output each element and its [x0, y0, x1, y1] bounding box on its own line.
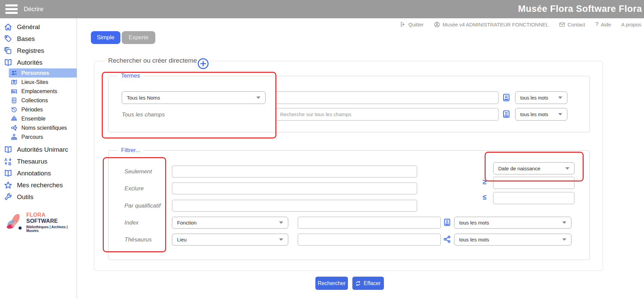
exclure-input[interactable] [172, 183, 417, 194]
name-type-value: Tous les Noms [127, 95, 160, 101]
all-fields-match-select[interactable]: tous les mots [515, 108, 567, 121]
sidebar: Général Bases Registres Autorités Person… [0, 18, 77, 299]
less-equal-icon: ≤ [483, 193, 487, 201]
date-from-input[interactable] [493, 177, 574, 189]
sidebar-item-label: Mes recherches [17, 181, 63, 189]
sidebar-subitem-parcours[interactable]: Parcours [9, 132, 77, 142]
date-to-input[interactable] [493, 192, 574, 204]
index-match-value: tous les mots [459, 220, 489, 226]
all-fields-label: Tous les champs [122, 111, 165, 118]
sidebar-item-registres[interactable]: Registres [0, 45, 77, 57]
all-fields-match-value: tous les mots [520, 112, 548, 117]
user-menu[interactable]: Musée v4 ADMINISTRATEUR FONCTIONNEL [434, 21, 548, 28]
index-book-icon[interactable] [443, 218, 451, 228]
svg-text:A: A [4, 157, 7, 162]
open-book-icon [3, 145, 13, 154]
help-link[interactable]: ? Aide [595, 21, 611, 28]
date-field-select[interactable]: Date de naissance [493, 162, 574, 174]
search-button[interactable]: Rechercher [315, 277, 348, 290]
sidebar-item-thesaurus[interactable]: AB Thesaurus [0, 155, 77, 167]
flora-petals-icon [5, 212, 23, 233]
date-field-value: Date de naissance [498, 166, 540, 171]
logo-tagline: Bibliothèques | Archives | Musées [26, 225, 77, 233]
thesaurus-type-select[interactable]: Lieu [172, 234, 288, 245]
sidebar-item-autorites[interactable]: Autorités [0, 57, 77, 68]
index-book-icon[interactable] [502, 93, 511, 103]
sidebar-item-general[interactable]: Général [0, 21, 77, 33]
qualificatif-input[interactable] [172, 200, 417, 212]
sidebar-subitem-personnes[interactable]: Personnes [9, 68, 77, 78]
sidebar-subitem-emplacements[interactable]: Emplacements [9, 87, 77, 96]
sidebar-item-autorites-unimarc[interactable]: Autorités Unimarc [0, 144, 77, 155]
shelf-icon [11, 88, 18, 95]
flora-software-logo: FLORA SOFTWARE Bibliothèques | Archives … [5, 212, 77, 233]
chevron-down-icon [279, 221, 283, 224]
index-book-icon[interactable] [502, 110, 511, 120]
people-icon [11, 69, 18, 77]
thesaurus-label: Thésaurus [124, 236, 152, 243]
topbar: Décrire Musée Flora Software Flora [0, 0, 644, 18]
sitemap-icon [11, 133, 18, 141]
chevron-down-icon [565, 167, 569, 170]
index-input[interactable] [298, 217, 441, 229]
molecule-icon [11, 124, 18, 131]
all-fields-input[interactable] [276, 108, 499, 121]
open-book-icon [3, 58, 13, 67]
sidebar-subitem-label: Lieux-Sites [21, 79, 48, 85]
index-match-select[interactable]: tous les mots [454, 217, 571, 229]
sidebar-subitem-collections[interactable]: Collections [9, 96, 77, 105]
create-plus-icon[interactable] [197, 58, 209, 70]
star-icon [3, 180, 13, 190]
app-title: Musée Flora Software Flora [518, 0, 642, 18]
sidebar-subitem-label: Parcours [21, 134, 43, 140]
thesaurus-input[interactable] [298, 234, 441, 245]
sidebar-subitem-lieux-sites[interactable]: Lieux-Sites [9, 78, 77, 87]
sidebar-subitem-label: Noms scientifiques [21, 125, 67, 131]
sidebar-subitem-periodes[interactable]: Périodes [9, 105, 77, 114]
flora-app-page: Décrire Musée Flora Software Flora Quitt… [0, 0, 644, 299]
chevron-down-icon [256, 97, 260, 99]
quit-link[interactable]: Quitter [400, 21, 424, 27]
index-type-select[interactable]: Fonction [172, 217, 288, 229]
index-type-value: Fonction [177, 220, 197, 226]
search-button-label: Rechercher [318, 280, 346, 286]
sidebar-subitem-label: Personnes [21, 70, 49, 76]
sidebar-subitem-label: Emplacements [21, 88, 57, 94]
sidebar-item-label: Thesaurus [17, 158, 47, 165]
panel-legend: Rechercher ou créer directement [105, 57, 206, 64]
seulement-input[interactable] [172, 166, 417, 177]
chevron-down-icon [558, 97, 562, 99]
share-network-icon[interactable] [443, 235, 451, 245]
sort-alpha-icon: AB [3, 157, 13, 166]
sidebar-item-bases[interactable]: Bases [0, 33, 77, 45]
contact-link[interactable]: Contact [559, 21, 585, 28]
sidebar-subitem-noms-scientifiques[interactable]: Noms scientifiques [9, 123, 77, 132]
stacked-pages-icon [3, 46, 13, 55]
filtrer-legend: Filtrer... [118, 147, 143, 154]
sidebar-item-outils[interactable]: Outils [0, 191, 77, 203]
home-icon [3, 22, 13, 31]
qualificatif-label: Par qualificatif [124, 202, 161, 209]
logo-software-word: SOFTWARE [26, 218, 58, 224]
sidebar-subitem-ensemble[interactable]: Ensemble [9, 114, 77, 123]
name-type-select[interactable]: Tous les Noms [122, 91, 266, 104]
hamburger-menu-icon[interactable] [5, 4, 18, 14]
sidebar-item-annotations[interactable]: Annotations [0, 167, 77, 179]
contact-label: Contact [568, 22, 585, 27]
exclure-label: Exclure [124, 185, 144, 192]
name-search-input[interactable] [276, 91, 499, 104]
mail-icon [559, 21, 565, 28]
about-link[interactable]: A propos [621, 22, 641, 27]
logo-text: FLORA SOFTWARE Bibliothèques | Archives … [26, 212, 77, 233]
sidebar-subitem-label: Périodes [21, 107, 43, 113]
clear-button[interactable]: Effacer [352, 277, 384, 290]
about-label: A propos [621, 22, 641, 27]
thesaurus-match-select[interactable]: tous les mots [454, 234, 571, 245]
open-book-icon [3, 169, 13, 178]
tab-simple[interactable]: Simple [91, 31, 120, 44]
sidebar-item-mes-recherches[interactable]: Mes recherches [0, 179, 77, 191]
name-match-select[interactable]: tous les mots [515, 91, 567, 104]
sidebar-item-label: Autorités Unimarc [17, 146, 68, 153]
tab-experte[interactable]: Experte [122, 31, 155, 44]
chevron-down-icon [558, 113, 562, 115]
